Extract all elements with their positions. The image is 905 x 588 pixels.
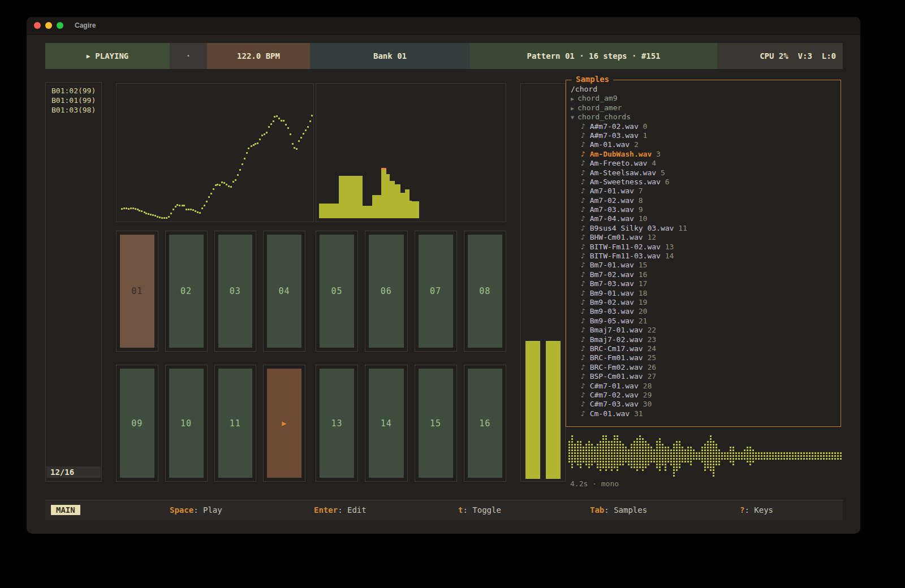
waveform-dot bbox=[605, 461, 607, 462]
sample-file-row[interactable]: ♪ Am-Steelsaw.wav 5 bbox=[571, 168, 841, 178]
sample-file-row[interactable]: ♪ BSP-Cm01.wav 27 bbox=[571, 372, 841, 381]
sample-file-row[interactable]: ♪ BRC-Fm01.wav 25 bbox=[571, 353, 841, 362]
sample-file-row[interactable]: ♪ Bm9-03.wav 20 bbox=[571, 307, 841, 316]
folder-row[interactable]: ▶ chord_am9 bbox=[571, 94, 841, 103]
waveform-dot bbox=[710, 458, 712, 460]
sample-file-row[interactable]: ♪ Bm9-01.wav 18 bbox=[571, 289, 841, 298]
key-hint[interactable]: t: Toggle bbox=[458, 505, 501, 514]
sample-file-row[interactable]: ♪ C#m7-02.wav 29 bbox=[571, 391, 841, 400]
pattern-display[interactable]: Pattern 01 · 16 steps · #151 bbox=[470, 43, 717, 69]
waveform-dot bbox=[602, 452, 604, 454]
sample-file-row[interactable]: ♪ Am-Freeto.wav 4 bbox=[571, 159, 841, 168]
waveform-dot bbox=[710, 435, 712, 437]
scatter-point bbox=[246, 152, 248, 154]
waveform-dot bbox=[571, 435, 573, 437]
sample-file-row[interactable]: ♪ Bm7-01.wav 15 bbox=[571, 261, 841, 270]
waveform-dot bbox=[631, 464, 632, 465]
folder-row[interactable]: ▼ chord_chords bbox=[571, 113, 841, 122]
pad-01[interactable]: 01 bbox=[116, 231, 158, 352]
sample-file-index: 11 bbox=[674, 224, 687, 232]
pad-05[interactable]: 05 bbox=[316, 231, 358, 352]
pad-03[interactable]: 03 bbox=[214, 231, 257, 352]
music-note-icon: ♪ bbox=[581, 140, 590, 149]
pad-09[interactable]: 09 bbox=[116, 365, 158, 482]
pad-11[interactable]: 11 bbox=[214, 365, 257, 482]
waveform-dot bbox=[600, 455, 601, 457]
sample-file-row[interactable]: ♪ Am-DubWash.wav 3 bbox=[571, 150, 841, 159]
key-hint[interactable]: Space: Play bbox=[170, 505, 222, 514]
pad-10[interactable]: 10 bbox=[165, 365, 208, 482]
key-hint[interactable]: Enter: Edit bbox=[314, 505, 367, 514]
pad-13[interactable]: 13 bbox=[316, 365, 358, 482]
waveform-dot bbox=[670, 452, 672, 454]
transport-status[interactable]: ▶ PLAYING bbox=[45, 43, 170, 69]
sample-file-row[interactable]: ♪ Bmaj7-01.wav 22 bbox=[571, 326, 841, 335]
sample-file-row[interactable]: ♪ Am7-01.wav 7 bbox=[571, 187, 841, 196]
waveform-dot bbox=[707, 466, 709, 468]
pad-16[interactable]: 16 bbox=[464, 365, 506, 482]
samples-current-path: /chord bbox=[571, 85, 841, 94]
pad-12[interactable]: ▶ bbox=[263, 365, 305, 482]
folder-row[interactable]: ▶ chord_amer bbox=[571, 103, 841, 113]
waveform-dot bbox=[634, 449, 635, 451]
zoom-window-button[interactable] bbox=[57, 22, 63, 29]
sample-file-row[interactable]: ♪ A#m7-02.wav 0 bbox=[571, 122, 841, 131]
titlebar[interactable]: Cagire bbox=[27, 17, 860, 34]
waveform-dot bbox=[710, 466, 712, 468]
scatter-point bbox=[188, 209, 189, 210]
waveform-dot bbox=[617, 449, 618, 451]
sample-file-row[interactable]: ♪ B9sus4 Silky 03.wav 11 bbox=[571, 224, 841, 233]
waveform-dot bbox=[789, 455, 791, 457]
key-hint[interactable]: ?: Keys bbox=[740, 505, 773, 514]
sample-file-row[interactable]: ♪ C#m7-01.wav 28 bbox=[571, 382, 841, 391]
close-window-button[interactable] bbox=[34, 22, 41, 29]
key-hint[interactable]: Tab: Samples bbox=[590, 505, 647, 514]
sample-file-row[interactable]: ♪ Bm9-05.wav 21 bbox=[571, 317, 841, 326]
scatter-point bbox=[303, 133, 304, 135]
waveform-dot bbox=[594, 461, 596, 462]
pad-02[interactable]: 02 bbox=[165, 231, 208, 352]
sample-file-row[interactable]: ♪ Am7-03.wav 9 bbox=[571, 205, 841, 214]
waveform-dot bbox=[806, 458, 808, 460]
waveform-dot bbox=[744, 449, 745, 451]
sample-file-row[interactable]: ♪ BITW-Fm11-02.wav 13 bbox=[571, 243, 841, 252]
sample-file-row[interactable]: ♪ Am-Sweetness.wav 6 bbox=[571, 178, 841, 187]
pad-label: 06 bbox=[369, 235, 403, 348]
sample-file-row[interactable]: ♪ A#m7-03.wav 1 bbox=[571, 131, 841, 140]
sample-file-index: 4 bbox=[647, 159, 656, 167]
sample-file-row[interactable]: ♪ Bm7-02.wav 16 bbox=[571, 270, 841, 279]
sample-file-row[interactable]: ♪ Am7-02.wav 8 bbox=[571, 196, 841, 205]
minimize-window-button[interactable] bbox=[45, 22, 52, 29]
pad-06[interactable]: 06 bbox=[365, 231, 407, 352]
waveform-dot bbox=[574, 461, 576, 462]
sample-file-row[interactable]: ♪ BRC-Cm17.wav 24 bbox=[571, 344, 841, 353]
waveform-dot bbox=[645, 466, 647, 468]
waveform-dot bbox=[730, 461, 731, 462]
sample-file-row[interactable]: ♪ BHW-Cm01.wav 12 bbox=[571, 233, 841, 242]
bpm-display[interactable]: 122.0 BPM bbox=[207, 43, 310, 69]
waveform-dot bbox=[778, 455, 779, 457]
sample-file-row[interactable]: ♪ Cm-01.wav 31 bbox=[571, 409, 841, 418]
sample-file-name: Am7-01.wav bbox=[590, 187, 634, 195]
sample-file-row[interactable]: ♪ Bm9-02.wav 19 bbox=[571, 298, 841, 307]
waveform-dot bbox=[713, 455, 714, 457]
waveform-dot bbox=[602, 447, 604, 448]
waveform-dot bbox=[600, 469, 601, 471]
waveform-dot bbox=[631, 449, 632, 451]
pad-08[interactable]: 08 bbox=[464, 231, 506, 352]
pad-15[interactable]: 15 bbox=[415, 365, 457, 482]
sample-file-row[interactable]: ♪ Am7-04.wav 10 bbox=[571, 214, 841, 223]
sample-file-row[interactable]: ♪ BITW-Fm11-03.wav 14 bbox=[571, 252, 841, 261]
sample-file-row[interactable]: ♪ C#m7-03.wav 30 bbox=[571, 400, 841, 409]
pad-04[interactable]: 04 bbox=[263, 231, 305, 352]
pad-07[interactable]: 07 bbox=[415, 231, 457, 352]
sample-file-row[interactable]: ♪ Bm7-03.wav 17 bbox=[571, 279, 841, 288]
sample-file-row[interactable]: ♪ Am-01.wav 2 bbox=[571, 140, 841, 149]
sample-file-row[interactable]: ♪ Bmaj7-02.wav 23 bbox=[571, 335, 841, 344]
waveform-dot bbox=[605, 438, 607, 440]
pad-14[interactable]: 14 bbox=[365, 365, 407, 482]
waveform-dot bbox=[665, 464, 666, 465]
bank-display[interactable]: Bank 01 bbox=[310, 43, 470, 69]
sample-file-row[interactable]: ♪ BRC-Fm02.wav 26 bbox=[571, 363, 841, 372]
waveform-dot bbox=[591, 447, 593, 448]
